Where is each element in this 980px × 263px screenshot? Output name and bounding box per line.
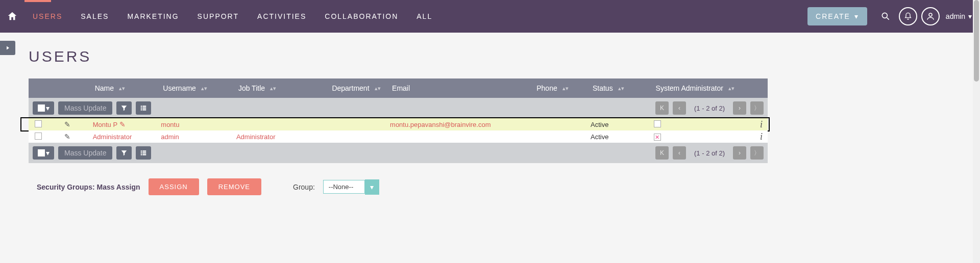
group-select-value: --None-- xyxy=(323,180,365,194)
nav-item-activities[interactable]: ACTIVITIES xyxy=(248,0,315,33)
search-icon[interactable] xyxy=(876,7,895,25)
svg-rect-10 xyxy=(143,150,146,151)
page-title: USERS xyxy=(29,48,768,65)
row-checkbox[interactable] xyxy=(35,120,42,127)
active-tab-accent xyxy=(24,0,51,2)
table-row: ✎ Administrator admin Administrator Acti… xyxy=(29,130,768,143)
table-row: ✎ Montu P ✎ montu montu.pepavanshi@brain… xyxy=(29,118,768,130)
svg-rect-13 xyxy=(141,154,142,155)
user-avatar-icon[interactable] xyxy=(921,7,940,25)
edit-inline-icon[interactable]: ✎ xyxy=(119,120,126,128)
nav-item-support[interactable]: SUPPORT xyxy=(188,0,248,33)
filter-icon[interactable] xyxy=(116,101,132,115)
select-all-dropdown[interactable]: ▾ xyxy=(33,101,54,115)
mass-assign-title: Security Groups: Mass Assign xyxy=(37,183,140,191)
scrollbar-thumb[interactable] xyxy=(974,0,979,82)
chevron-down-icon: ▾ xyxy=(968,12,972,20)
chevron-down-icon: ▾ xyxy=(365,179,379,195)
col-username[interactable]: Username▴▾ xyxy=(161,84,236,92)
sort-icon: ▴▾ xyxy=(119,87,125,90)
email-link[interactable]: montu.pepavanshi@brainvire.com xyxy=(390,121,491,128)
columns-icon[interactable] xyxy=(136,146,151,160)
info-icon[interactable]: i xyxy=(760,132,768,142)
pager-last[interactable]: 〉 xyxy=(750,101,764,115)
mass-update-button[interactable]: Mass Update xyxy=(58,146,112,160)
sort-icon: ▴▾ xyxy=(618,87,624,90)
sort-icon: ▴▾ xyxy=(562,87,569,90)
info-icon[interactable]: i xyxy=(760,119,768,129)
user-menu-label: admin xyxy=(946,12,965,20)
svg-point-2 xyxy=(929,13,932,16)
sort-icon: ▴▾ xyxy=(270,87,276,90)
top-nav: USERS SALES MARKETING SUPPORT ACTIVITIES… xyxy=(0,0,980,33)
col-sysadmin[interactable]: System Administrator▴▾ xyxy=(654,84,738,92)
page-content: USERS Name▴▾ Username▴▾ Job Title▴▾ Depa… xyxy=(0,33,796,211)
create-button[interactable]: CREATE ▾ xyxy=(807,7,867,25)
nav-item-users[interactable]: USERS xyxy=(23,0,71,33)
pager-text: (1 - 2 of 2) xyxy=(690,149,729,157)
scrollbar-track[interactable] xyxy=(973,0,980,211)
username-link[interactable]: admin xyxy=(161,133,179,141)
svg-rect-7 xyxy=(141,109,142,110)
svg-rect-8 xyxy=(143,109,146,110)
table-header: Name▴▾ Username▴▾ Job Title▴▾ Department… xyxy=(29,78,768,98)
edit-icon[interactable]: ✎ xyxy=(64,133,70,141)
sysadmin-checkbox[interactable] xyxy=(654,120,661,127)
pager-next[interactable]: › xyxy=(733,146,746,160)
filter-icon[interactable] xyxy=(116,146,132,160)
svg-rect-11 xyxy=(141,152,142,153)
assign-button[interactable]: ASSIGN xyxy=(149,178,199,195)
user-menu[interactable]: admin ▾ xyxy=(946,12,972,20)
edit-icon[interactable]: ✎ xyxy=(64,120,70,128)
svg-rect-5 xyxy=(141,108,142,109)
svg-point-0 xyxy=(882,13,887,18)
pager-text: (1 - 2 of 2) xyxy=(690,104,729,112)
svg-rect-9 xyxy=(141,150,142,151)
user-name-link[interactable]: Administrator xyxy=(93,133,132,141)
col-phone[interactable]: Phone▴▾ xyxy=(534,84,591,92)
pager-prev[interactable]: ‹ xyxy=(673,146,686,160)
row-checkbox[interactable] xyxy=(35,133,42,140)
status-cell: Active xyxy=(591,121,654,128)
chevron-down-icon: ▾ xyxy=(854,12,859,20)
pager-first[interactable]: K xyxy=(655,101,669,115)
pager-prev[interactable]: ‹ xyxy=(673,101,686,115)
svg-rect-14 xyxy=(143,154,146,155)
notifications-icon[interactable] xyxy=(899,7,917,25)
svg-line-1 xyxy=(887,18,889,20)
sort-icon: ▴▾ xyxy=(201,87,207,90)
pager-last[interactable]: 〉 xyxy=(750,146,764,160)
remove-button[interactable]: REMOVE xyxy=(207,178,261,195)
col-department[interactable]: Department▴▾ xyxy=(330,84,390,92)
col-job-title[interactable]: Job Title▴▾ xyxy=(236,84,330,92)
col-email[interactable]: Email xyxy=(390,84,534,92)
svg-rect-6 xyxy=(143,108,146,109)
nav-item-sales[interactable]: SALES xyxy=(71,0,118,33)
user-name-link[interactable]: Montu P xyxy=(93,121,117,128)
mass-update-button[interactable]: Mass Update xyxy=(58,101,112,115)
col-name[interactable]: Name▴▾ xyxy=(93,84,161,92)
home-icon[interactable] xyxy=(4,8,20,24)
svg-rect-12 xyxy=(143,152,146,153)
pager-first[interactable]: K xyxy=(655,146,669,160)
pager-next[interactable]: › xyxy=(733,101,746,115)
group-select[interactable]: --None-- ▾ xyxy=(323,179,379,195)
col-status[interactable]: Status▴▾ xyxy=(591,84,654,92)
mass-assign-section: Security Groups: Mass Assign ASSIGN REMO… xyxy=(29,178,768,195)
username-link[interactable]: montu xyxy=(161,121,179,128)
select-all-dropdown[interactable]: ▾ xyxy=(33,146,54,160)
nav-item-marketing[interactable]: MARKETING xyxy=(118,0,188,33)
sort-icon: ▴▾ xyxy=(728,87,734,90)
columns-icon[interactable] xyxy=(136,101,151,115)
table-toolbar-bottom: ▾ Mass Update K ‹ (1 - 2 of 2) › 〉 xyxy=(29,143,768,163)
nav-item-collaboration[interactable]: COLLABORATION xyxy=(315,0,407,33)
status-cell: Active xyxy=(591,133,654,141)
svg-rect-3 xyxy=(141,106,142,107)
nav-item-all[interactable]: ALL xyxy=(407,0,442,33)
job-title-link[interactable]: Administrator xyxy=(236,133,276,141)
users-table: Name▴▾ Username▴▾ Job Title▴▾ Department… xyxy=(29,78,768,163)
create-button-label: CREATE xyxy=(816,12,850,20)
group-label: Group: xyxy=(293,183,315,191)
svg-rect-4 xyxy=(143,106,146,107)
sysadmin-checkbox[interactable]: ✕ xyxy=(654,134,661,141)
